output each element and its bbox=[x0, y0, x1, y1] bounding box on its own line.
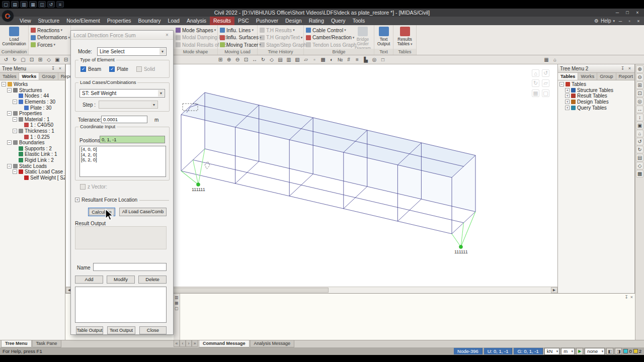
view-box-icon[interactable]: ▢ bbox=[542, 89, 549, 97]
rotate-icon[interactable]: ↻ bbox=[259, 56, 267, 63]
menu-tab-psc[interactable]: PSC bbox=[234, 17, 253, 25]
menu-tab-pushover[interactable]: Pushover bbox=[253, 17, 282, 25]
menu-tab-boundary[interactable]: Boundary bbox=[135, 17, 165, 25]
pin-icon[interactable]: ↧ bbox=[624, 295, 628, 300]
top-view-icon[interactable]: ▤ bbox=[276, 56, 284, 63]
select-plane-icon[interactable]: ◇ bbox=[45, 56, 53, 63]
iso-view-icon[interactable]: ◇ bbox=[268, 56, 276, 63]
zoom-window-icon[interactable]: ⊞ bbox=[636, 81, 643, 89]
rotate-right-icon[interactable]: ↻ bbox=[636, 146, 643, 153]
tree-item-static-loads[interactable]: − Static Loads bbox=[0, 163, 65, 169]
pin-icon[interactable]: ↧ bbox=[620, 66, 625, 71]
menu-tab-view[interactable]: View bbox=[16, 17, 35, 25]
select-intersect-icon[interactable]: ⊞ bbox=[36, 56, 44, 63]
undo-icon[interactable]: ↺ bbox=[2, 56, 10, 63]
open-project-icon[interactable]: ▤ bbox=[11, 1, 19, 8]
expander-icon[interactable]: + bbox=[565, 94, 570, 98]
menu-tab-design[interactable]: Design bbox=[282, 17, 305, 25]
doc-restore-icon[interactable]: ▫ bbox=[626, 17, 633, 25]
expander-icon[interactable]: + bbox=[565, 88, 570, 93]
print-icon[interactable]: ▦ bbox=[29, 1, 37, 8]
expander-icon[interactable]: − bbox=[7, 164, 12, 168]
menu-tab-structure[interactable]: Structure bbox=[35, 17, 63, 25]
tree-item-boundaries[interactable]: − Boundaries bbox=[0, 140, 65, 146]
bridge-girder-diagram-button[interactable]: Bridge Girder Diagram bbox=[352, 26, 373, 51]
right-tab-group[interactable]: Group bbox=[597, 73, 616, 80]
tendon-loss-graph-button[interactable]: Tendon Loss Graph ▾ bbox=[306, 41, 351, 49]
tree-item-design-tables[interactable]: + Design Tables bbox=[558, 99, 634, 105]
stage-step-graph-button[interactable]: Stage/Step Graph ▾ bbox=[260, 41, 302, 49]
menu-tab-query[interactable]: Query bbox=[328, 17, 349, 25]
right-tab-tables[interactable]: Tables bbox=[558, 73, 578, 80]
scroll-right-icon[interactable]: ▶ bbox=[551, 287, 557, 293]
top-view-icon[interactable]: ▤ bbox=[636, 154, 643, 161]
move-left-icon[interactable]: ↔ bbox=[636, 106, 643, 113]
close-icon[interactable]: × bbox=[627, 66, 632, 71]
all-load-case-button[interactable]: All Load Case/Comb bbox=[119, 208, 167, 216]
deformations-button[interactable]: Deformations ▾ bbox=[31, 34, 69, 42]
zoom-window-icon[interactable]: ⊡ bbox=[242, 56, 250, 63]
menu-tab-node-element[interactable]: Node/Element bbox=[63, 17, 104, 25]
expand-plus-icon[interactable]: + bbox=[75, 198, 79, 202]
tree-item-tables-root[interactable]: − Tables bbox=[558, 81, 634, 87]
expander-icon[interactable]: − bbox=[13, 100, 17, 104]
zoom-fit-icon[interactable]: ⊞ bbox=[216, 56, 224, 63]
new-project-icon[interactable]: ▢ bbox=[2, 1, 10, 8]
close-button[interactable]: Close bbox=[139, 326, 167, 334]
expander-icon[interactable]: − bbox=[7, 140, 12, 145]
tab-analysis-message[interactable]: Analysis Message bbox=[250, 340, 295, 347]
force-unit-select[interactable]: kN▼ bbox=[544, 348, 560, 355]
tree-item-nodes[interactable]: Nodes : 44 bbox=[0, 93, 65, 99]
tree-item-self-weight[interactable]: Self Weight [ SZ=1 ] bbox=[0, 175, 65, 181]
status-snap-icon[interactable]: ◨ bbox=[615, 348, 622, 354]
menu-tab-results[interactable]: Results bbox=[210, 17, 234, 25]
bottom-tab-tree-menu[interactable]: Tree Menu bbox=[1, 340, 32, 347]
text-output-button[interactable]: Text Output bbox=[374, 26, 393, 46]
saved-results-listbox[interactable] bbox=[75, 287, 167, 323]
beam-checkbox[interactable]: Beam bbox=[80, 66, 101, 72]
tolerance-input[interactable]: 0.0001 bbox=[101, 116, 147, 123]
menu-tab-tools[interactable]: Tools bbox=[349, 17, 369, 25]
right-tab-works[interactable]: Works bbox=[578, 73, 597, 80]
tree-item-thickness[interactable]: − Thickness : 1 bbox=[0, 128, 65, 134]
left-tab-tables[interactable]: Tables bbox=[0, 73, 19, 80]
length-unit-select[interactable]: m▼ bbox=[561, 348, 575, 355]
tree-item-plate[interactable]: Plate : 30 bbox=[0, 105, 65, 111]
reactions-button[interactable]: Reactions ▾ bbox=[31, 27, 69, 34]
tree-item-properties[interactable]: − Properties bbox=[0, 111, 65, 117]
close-icon[interactable]: × bbox=[630, 295, 633, 300]
delete-button[interactable]: Delete bbox=[138, 276, 167, 284]
front-view-icon[interactable]: ▥ bbox=[285, 56, 293, 63]
legend-icon[interactable]: ▙ bbox=[362, 56, 370, 63]
view-plane-icon[interactable]: ▱ bbox=[542, 79, 549, 87]
perspective-icon[interactable]: ▱ bbox=[302, 56, 310, 63]
tree-item-query-tables[interactable]: + Query Tables bbox=[558, 105, 634, 111]
expander-icon[interactable]: − bbox=[13, 129, 17, 133]
view-home-icon[interactable]: ⌂ bbox=[532, 69, 539, 77]
close-icon[interactable]: × bbox=[57, 66, 63, 71]
element-number-icon[interactable]: # bbox=[345, 56, 353, 63]
mode-select[interactable]: Line Select▼ bbox=[97, 47, 167, 56]
doc-close-icon[interactable]: × bbox=[635, 17, 642, 25]
message-clear-icon[interactable]: ▢ bbox=[175, 306, 179, 311]
zoom-out-icon[interactable]: ⊖ bbox=[636, 73, 643, 81]
pan-icon[interactable]: ↔ bbox=[251, 56, 259, 63]
positions-listbox[interactable]: [4, 0, 0][4, 2, 0][6, 2, 0] bbox=[79, 146, 166, 177]
tree-item-result-tables[interactable]: + Result Tables bbox=[558, 93, 634, 99]
unit-apply-icon[interactable]: ▶ bbox=[576, 348, 583, 355]
front-view-icon[interactable]: ◇ bbox=[636, 162, 643, 169]
home-view-icon[interactable]: ⌂ bbox=[551, 56, 559, 63]
expander-icon[interactable]: − bbox=[7, 88, 12, 93]
cable-control-button[interactable]: Cable Control ▾ bbox=[306, 27, 351, 34]
left-tab-group[interactable]: Group bbox=[39, 73, 58, 80]
menu-icon[interactable]: ≡ bbox=[56, 1, 64, 8]
forces-button[interactable]: Forces ▾ bbox=[31, 41, 69, 49]
tree-item-elastic-link[interactable]: Elastic Link : 1 bbox=[0, 151, 65, 157]
mode-shapes-button[interactable]: Mode Shapes ▾ bbox=[176, 27, 216, 34]
zoom-in-icon[interactable]: ⊕ bbox=[636, 65, 643, 73]
save-icon[interactable]: ▥ bbox=[20, 1, 28, 8]
zoom-out-icon[interactable]: ⊖ bbox=[233, 56, 242, 63]
unselect-icon[interactable]: ⊟ bbox=[62, 56, 70, 63]
move-up-icon[interactable]: ↕ bbox=[636, 114, 643, 121]
position-item[interactable]: [4, 0, 0] bbox=[81, 147, 165, 152]
